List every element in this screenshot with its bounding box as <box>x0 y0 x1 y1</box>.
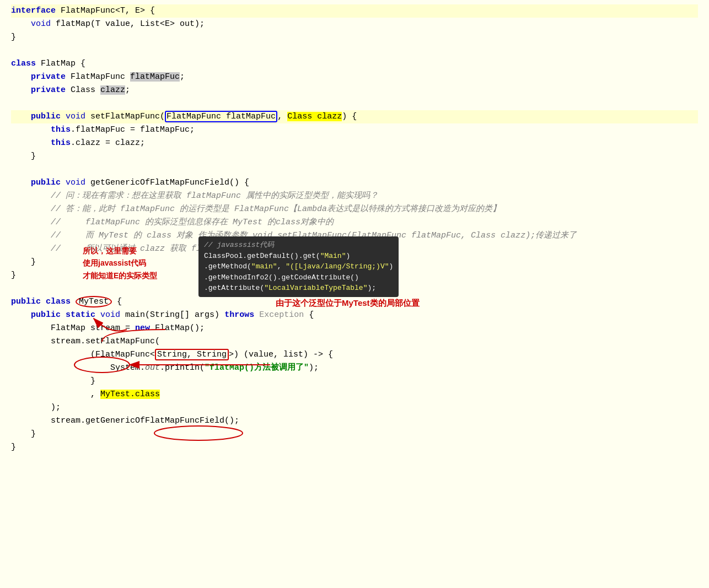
code-line-33: } <box>11 428 698 441</box>
code-line-34: } <box>11 441 698 454</box>
code-line-17: // flatMapFunc 的实际泛型信息保存在 MyTest 的class对… <box>11 216 698 229</box>
code-line-25: FlatMap stream = new FlatMap(); <box>11 322 698 335</box>
annotation-right: 由于这个泛型位于MyTest类的局部位置 <box>276 296 420 310</box>
code-line-26: stream.setFlatMapFunc( <box>11 335 698 348</box>
code-line-27: (FlatMapFunc<String, String>) (value, li… <box>11 348 698 362</box>
code-line-blank3 <box>11 163 698 176</box>
code-line-11: this.clazz = clazz; <box>11 137 698 150</box>
code-line-29: } <box>11 375 698 388</box>
code-line-15: // 问：现在有需求：想在这里获取 flatMapFunc 属性中的实际泛型类型… <box>11 190 698 203</box>
code-line-6: private FlatMapFunc flatMapFuc; <box>11 71 698 84</box>
code-line-2: void flatMap(T value, List<E> out); <box>11 18 698 31</box>
code-line-30: , MyTest.class <box>11 388 698 401</box>
code-line-24: public static void main(String[] args) t… <box>11 309 698 322</box>
code-line-31: ); <box>11 401 698 414</box>
annotation-left: 所以，这里需要使用javassist代码才能知道E的实际类型 <box>83 245 157 282</box>
code-line-3: } <box>11 31 698 44</box>
popup-box: // javasssist代码 ClassPool.getDefault().g… <box>198 236 399 297</box>
code-line-9: public void setFlatMapFunc(FlatMapFunc f… <box>11 110 698 123</box>
code-line-blank2 <box>11 97 698 110</box>
code-line-5: class FlatMap { <box>11 57 698 71</box>
code-line-14: public void getGenericOfFlatMapFuncField… <box>11 176 698 190</box>
code-line-32: stream.getGenericOfFlatMapFuncField(); <box>11 414 698 428</box>
code-line-28: System.out.println("flatMap()方法被调用了"); <box>11 362 698 375</box>
code-line-blank1 <box>11 44 698 57</box>
code-line-7: private Class clazz; <box>11 84 698 97</box>
code-line-16: // 答：能，此时 flatMapFunc 的运行类型是 FlatMapFunc… <box>11 203 698 216</box>
code-line-12: } <box>11 150 698 163</box>
code-line-10: this.flatMapFuc = flatMapFuc; <box>11 123 698 137</box>
code-line-1: interface FlatMapFunc<T, E> { <box>11 4 698 18</box>
code-line-23: public class MyTest { 由于这个泛型位于MyTest类的局部… <box>11 295 698 309</box>
code-line-20: } 所以，这里需要使用javassist代码才能知道E的实际类型 // java… <box>11 256 698 269</box>
